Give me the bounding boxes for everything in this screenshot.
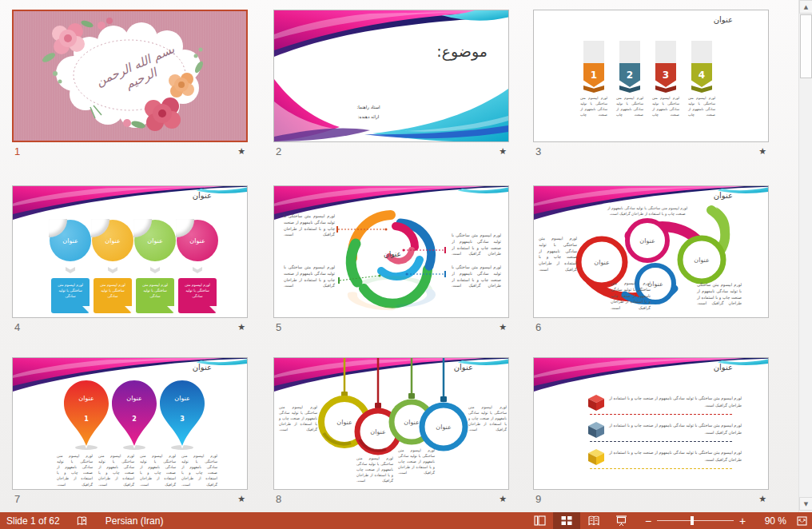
step-number: 2 (627, 70, 633, 81)
slide9-text-2: لورم ایپسوم متن ساختگی با تولید سادگی نا… (607, 422, 742, 436)
slide9-text-3: لورم ایپسوم متن ساختگی با تولید سادگی نا… (607, 449, 742, 463)
slide7-text-1: لورم ایپسوم متن ساختگی با تولید سادگی نا… (57, 453, 93, 487)
slide-thumbnail-6[interactable]: عنوان عنوان عنوان عنوان عنوان لورم ایپسو… (533, 185, 769, 318)
chevron-down-icon (150, 267, 160, 273)
step-text: لورم ایپسوم متن ساختگی با تولید سادگی نا… (688, 96, 715, 118)
proofing-errors-button[interactable] (76, 515, 88, 527)
sticker-label: عنوان (189, 237, 205, 245)
slide3-step-1: 1 لورم ایپسوم متن ساختگی با تولید سادگی … (580, 41, 607, 118)
zoom-in-button[interactable]: + (735, 515, 750, 527)
slideshow-icon (615, 515, 627, 527)
slide-number-8: 8 (276, 493, 281, 505)
slide-number-1: 1 (14, 145, 20, 157)
slide6-text-top: لورم ایپسوم متن ساختگی با تولید سادگی نا… (604, 205, 691, 217)
language-indicator[interactable]: Persian (Iran) (105, 515, 164, 527)
animation-indicator-icon: ★ (237, 495, 245, 503)
slide9-divider-dark (590, 441, 732, 442)
slide-number-2: 2 (276, 145, 281, 157)
slide-thumbnail-9[interactable]: عنوان لورم ایپسوم متن ساختگی با تولید سا… (533, 357, 769, 490)
slide4-sticker-circle-green: عنوان (134, 220, 176, 261)
slide9-divider-yellow (590, 468, 732, 469)
step-text: لورم ایپسوم متن ساختگی با تولید سادگی نا… (616, 96, 643, 118)
animation-indicator-icon: ★ (758, 495, 766, 503)
slide7-pin-label-3: عنوان (174, 395, 189, 402)
slide-sorter-canvas[interactable]: بسم الله الرحمن الرحیم 1 ★ (0, 0, 798, 512)
cube-icon-blue (587, 420, 606, 440)
slide5-text-bottom-right: لورم ایپسوم متن ساختگی با تولید سادگی نا… (452, 264, 501, 289)
spellcheck-book-icon (76, 515, 88, 527)
slide-thumbnail-5[interactable]: عنوان لورم ایپسوم متن ساختگی با تولید سا… (273, 185, 509, 318)
slide-thumbnail-3[interactable]: عنوان 1 لورم ایپسوم متن ساختگی با تولید … (533, 10, 769, 142)
slide6-ring-label-red: عنوان (594, 259, 609, 266)
step-number: 4 (699, 70, 705, 81)
slide6-ring-label-pink: عنوان (639, 237, 655, 245)
slide8-ornament-label-yellow: عنوان (336, 419, 352, 426)
slide-sorter-icon (561, 515, 572, 526)
animation-indicator-icon: ★ (758, 147, 766, 156)
cube-icon-yellow (587, 447, 606, 467)
zoom-slider[interactable] (655, 512, 735, 529)
animation-indicator-icon: ★ (237, 323, 245, 332)
slide-number-4: 4 (14, 321, 20, 333)
slide-thumbnail-7[interactable]: عنوان عنوان عنوان عنوان 1 2 3 لورم ایپسو… (12, 357, 248, 490)
slide8-text-right: لورم ایپسوم متن ساختگی با تولید سادگی نا… (468, 404, 507, 433)
vertical-scrollbar[interactable]: ▲ ▼ (798, 0, 812, 512)
slide8-ornament-label-green: عنوان (404, 419, 419, 426)
slide-thumbnail-4[interactable]: عنوان عنوان عنوان عنوان عنوان لورم ایپسو… (12, 185, 248, 318)
slide3-step-2: 2 لورم ایپسوم متن ساختگی با تولید سادگی … (616, 41, 643, 118)
slide9-divider-red (590, 414, 732, 415)
slide-number-9: 9 (535, 493, 541, 505)
slide2-presenter-line: ارائه دهنده: (340, 113, 397, 122)
scrollbar-thumb[interactable] (800, 14, 812, 78)
slide7-pin-number-3: 3 (180, 416, 185, 423)
scroll-down-button[interactable]: ▼ (799, 497, 812, 511)
cube-icon-red (587, 393, 606, 412)
slide-counter[interactable]: Slide 1 of 62 (6, 515, 60, 527)
slide5-text-top-right: لورم ایپسوم متن ساختگی با تولید سادگی نا… (452, 233, 501, 257)
slide4-note-yellow: لورم ایپسوم متن ساختگی با تولید سادگی (94, 278, 132, 313)
slide8-text-bottom-2: لورم ایپسوم متن ساختگی با تولید سادگی نا… (398, 447, 435, 476)
chevron-down-icon (193, 267, 202, 273)
slide-thumbnail-1[interactable]: بسم الله الرحمن الرحیم (12, 10, 248, 142)
zoom-slider-thumb[interactable] (691, 516, 694, 525)
step-number: 1 (591, 70, 597, 81)
slide4-sticker-circle-magenta: عنوان (177, 220, 218, 261)
slide3-title: عنوان (714, 15, 733, 24)
animation-indicator-icon: ★ (499, 495, 507, 503)
chevron-down-icon (108, 267, 117, 273)
scroll-up-icon: ▲ (804, 4, 808, 10)
step-number: 3 (663, 70, 669, 81)
slide-thumbnail-2[interactable]: موضوع: استاد راهنما: ارائه دهنده: (273, 10, 509, 142)
slide7-text-2: لورم ایپسوم متن ساختگی با تولید سادگی نا… (98, 453, 134, 487)
slide9-title: عنوان (714, 363, 733, 372)
zoom-out-button[interactable]: − (641, 515, 655, 527)
slide-number-3: 3 (535, 145, 541, 157)
slide6-text-bottom-center: لورم ایپسوم متن ساختگی با تولید سادگی نا… (611, 280, 651, 312)
scroll-down-icon: ▼ (804, 501, 808, 507)
slide-thumbnail-8[interactable]: عنوان عنوان عنوان (273, 357, 509, 490)
header-wave-graphic (13, 186, 247, 220)
sticker-label: عنوان (147, 237, 162, 245)
slide4-title: عنوان (193, 191, 212, 200)
slideshow-view-button[interactable] (607, 512, 635, 529)
slide8-text-left: لورم ایپسوم متن ساختگی با تولید سادگی نا… (279, 404, 317, 433)
slide6-text-left: لورم ایپسوم متن ساختگی با تولید سادگی نا… (539, 236, 577, 273)
zoom-percentage[interactable]: 90 % (753, 515, 786, 527)
slide4-note-blue: لورم ایپسوم متن ساختگی با تولید سادگی (51, 278, 90, 313)
slide4-note-magenta: لورم ایپسوم متن ساختگی با تولید سادگی (178, 278, 217, 313)
animation-indicator-icon: ★ (237, 147, 245, 156)
fit-to-window-icon (796, 515, 808, 527)
note-text: لورم ایپسوم متن ساختگی با تولید سادگی (185, 283, 210, 298)
normal-view-button[interactable] (526, 512, 553, 529)
status-bar: Slide 1 of 62 Persian (Iran) (0, 512, 812, 529)
reading-view-button[interactable] (580, 512, 607, 529)
slide7-pin-label-2: عنوان (126, 395, 141, 402)
chevron-down-icon (66, 267, 75, 273)
slide-sorter-view-button[interactable] (553, 512, 580, 529)
slide2-subject-title: موضوع: (436, 42, 488, 60)
slide7-text-4: لورم ایپسوم متن ساختگی با تولید سادگی نا… (181, 453, 217, 487)
animation-indicator-icon: ★ (499, 147, 507, 156)
scroll-up-button[interactable]: ▲ (799, 0, 812, 14)
slide7-text-3: لورم ایپسوم متن ساختگی با تولید سادگی نا… (140, 453, 176, 487)
fit-slide-to-window-button[interactable] (793, 512, 810, 529)
